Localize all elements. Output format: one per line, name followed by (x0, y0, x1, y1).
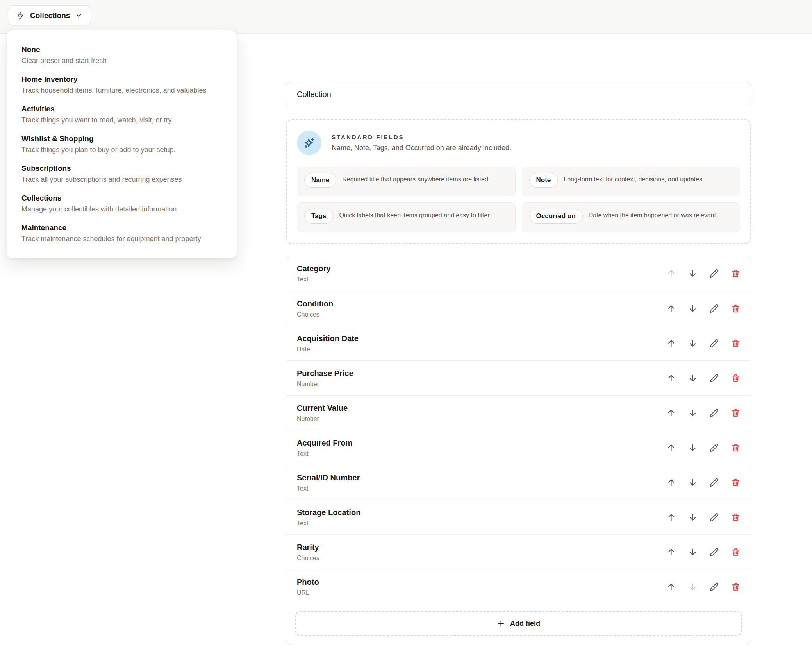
field-type: Text (297, 276, 331, 283)
menu-item-collections[interactable]: Collections Manage your collectibles wit… (7, 189, 237, 218)
field-row-current-value: Current Value Number (286, 395, 751, 430)
field-name: Condition (297, 299, 333, 309)
menu-item-description: Track maintenance schedules for equipmen… (21, 234, 222, 244)
standard-field-pill: Occurred on (529, 209, 583, 224)
delete-field-button[interactable] (731, 338, 740, 348)
standard-fields-panel: STANDARD FIELDS Name, Note, Tags, and Oc… (286, 119, 751, 244)
standard-field-card-tags: Tags Quick labels that keep items groupe… (297, 202, 516, 232)
menu-item-subscriptions[interactable]: Subscriptions Track all your subscriptio… (7, 159, 237, 189)
chevron-down-icon (75, 12, 82, 19)
standard-field-description: Quick labels that keep items grouped and… (339, 209, 491, 220)
move-up-button[interactable] (666, 338, 676, 348)
collection-name-value: Collection (297, 90, 331, 99)
field-name: Current Value (297, 403, 348, 413)
add-field-button[interactable]: Add field (295, 611, 742, 636)
move-down-button[interactable] (688, 512, 697, 522)
menu-item-title: Maintenance (21, 223, 222, 233)
menu-item-activities[interactable]: Activities Track things you want to read… (7, 100, 237, 129)
plus-icon (497, 620, 505, 628)
collection-name-input[interactable]: Collection (286, 82, 751, 106)
move-up-button[interactable] (666, 547, 676, 557)
menu-item-maintenance[interactable]: Maintenance Track maintenance schedules … (7, 218, 237, 248)
move-down-button[interactable] (688, 304, 697, 313)
field-row-photo: Photo URL (286, 569, 751, 604)
standard-field-card-note: Note Long-form text for context, decisio… (522, 167, 741, 196)
standard-field-pill: Tags (304, 209, 333, 224)
delete-field-button[interactable] (731, 443, 740, 452)
field-name: Rarity (297, 543, 319, 552)
edit-field-button[interactable] (709, 373, 719, 383)
move-down-button[interactable] (688, 478, 697, 487)
standard-field-card-name: Name Required title that appears anywher… (297, 167, 516, 196)
delete-field-button[interactable] (731, 478, 740, 487)
edit-field-button[interactable] (709, 512, 719, 522)
move-up-button[interactable] (666, 478, 676, 487)
field-type: Number (297, 415, 348, 423)
move-up-button[interactable] (666, 512, 676, 522)
field-type: Choices (297, 555, 319, 562)
field-row-rarity: Rarity Choices (286, 534, 751, 569)
field-name: Acquisition Date (297, 334, 359, 344)
edit-field-button[interactable] (709, 478, 719, 487)
standard-field-description: Date when the item happened or was relev… (589, 209, 718, 220)
standard-field-pill: Note (529, 173, 558, 188)
field-row-storage-location: Storage Location Text (286, 500, 751, 534)
field-row-acquisition-date: Acquisition Date Date (286, 326, 751, 360)
edit-field-button[interactable] (709, 269, 719, 278)
edit-field-button[interactable] (709, 547, 719, 557)
edit-field-button[interactable] (709, 338, 719, 348)
menu-item-none[interactable]: None Clear preset and start fresh (7, 40, 237, 70)
delete-field-button[interactable] (731, 408, 740, 417)
move-down-button[interactable] (688, 269, 697, 278)
delete-field-button[interactable] (731, 512, 740, 522)
field-name: Photo (297, 577, 319, 587)
move-up-button[interactable] (666, 443, 676, 452)
menu-item-home-inventory[interactable]: Home Inventory Track household items, fu… (7, 70, 237, 100)
standard-field-description: Required title that appears anywhere ite… (342, 173, 490, 184)
move-down-button[interactable] (688, 408, 697, 417)
field-row-purchase-price: Purchase Price Number (286, 360, 751, 395)
move-up-button[interactable] (666, 408, 676, 417)
delete-field-button[interactable] (731, 269, 740, 278)
field-row-condition: Condition Choices (286, 291, 751, 326)
menu-item-wishlist-shopping[interactable]: Wishlist & Shopping Track things you pla… (7, 129, 237, 159)
edit-field-button[interactable] (709, 443, 719, 452)
menu-item-description: Clear preset and start fresh (21, 56, 222, 66)
delete-field-button[interactable] (731, 373, 740, 383)
move-up-button[interactable] (666, 373, 676, 383)
move-down-button[interactable] (688, 338, 697, 348)
field-row-acquired-from: Acquired From Text (286, 430, 751, 465)
menu-item-description: Track things you plan to buy or add to y… (21, 145, 222, 155)
edit-field-button[interactable] (709, 408, 719, 417)
move-up-button[interactable] (666, 269, 676, 278)
field-type: Choices (297, 311, 333, 318)
preset-button-label: Collections (30, 11, 70, 20)
field-name: Category (297, 264, 331, 274)
delete-field-button[interactable] (731, 547, 740, 557)
move-down-button[interactable] (688, 373, 697, 383)
menu-item-title: Wishlist & Shopping (21, 134, 222, 143)
menu-item-description: Track household items, furniture, electr… (21, 86, 222, 95)
menu-item-description: Track things you want to read, watch, vi… (21, 115, 222, 125)
move-up-button[interactable] (666, 582, 676, 591)
menu-item-title: Home Inventory (21, 74, 222, 84)
menu-item-title: Subscriptions (21, 163, 222, 173)
move-down-button[interactable] (688, 582, 697, 591)
menu-item-title: Activities (21, 104, 222, 114)
move-up-button[interactable] (666, 304, 676, 313)
move-down-button[interactable] (688, 443, 697, 452)
field-name: Serial/ID Number (297, 473, 360, 483)
field-row-serial-id-number: Serial/ID Number Text (286, 465, 751, 500)
custom-fields-list: Category Text Condition Choices Acquisit… (286, 256, 751, 645)
field-name: Storage Location (297, 508, 360, 517)
standard-fields-heading: STANDARD FIELDS (332, 134, 511, 140)
field-row-category: Category Text (286, 256, 751, 291)
delete-field-button[interactable] (731, 304, 740, 313)
delete-field-button[interactable] (731, 582, 740, 591)
field-type: Number (297, 381, 353, 388)
menu-item-description: Manage your collectibles with detailed i… (21, 204, 222, 214)
move-down-button[interactable] (688, 547, 697, 557)
edit-field-button[interactable] (709, 582, 719, 591)
collections-preset-button[interactable]: Collections (8, 5, 91, 25)
edit-field-button[interactable] (709, 304, 719, 313)
